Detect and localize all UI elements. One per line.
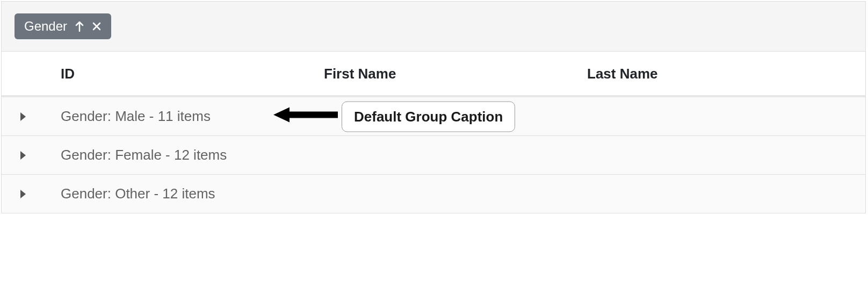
- group-row[interactable]: Gender: Female - 12 items: [2, 136, 865, 175]
- column-header-first-name[interactable]: First Name: [324, 66, 587, 82]
- expand-toggle[interactable]: [19, 189, 61, 199]
- expand-column-header: [2, 66, 61, 82]
- column-header-id[interactable]: ID: [61, 66, 324, 82]
- group-panel: Gender: [2, 2, 865, 52]
- data-grid: Gender ID First Name Last Name: [1, 1, 866, 213]
- group-row[interactable]: Gender: Other - 12 items: [2, 175, 865, 213]
- chevron-right-icon: [19, 112, 27, 121]
- chevron-right-icon: [19, 151, 27, 160]
- column-header-row: ID First Name Last Name: [2, 52, 865, 97]
- group-caption: Gender: Other - 12 items: [61, 185, 215, 202]
- arrow-up-icon[interactable]: [75, 21, 84, 32]
- group-row[interactable]: Gender: Male - 11 items Default Group Ca…: [2, 97, 865, 136]
- annotation-label: Default Group Caption: [342, 101, 515, 132]
- group-chip-label: Gender: [24, 19, 67, 34]
- group-caption: Gender: Male - 11 items: [61, 108, 211, 125]
- column-header-last-name[interactable]: Last Name: [587, 66, 865, 82]
- expand-toggle[interactable]: [19, 151, 61, 160]
- annotation-arrow-icon: [273, 105, 338, 128]
- group-chip-gender[interactable]: Gender: [15, 13, 111, 39]
- close-icon[interactable]: [92, 22, 102, 31]
- chevron-right-icon: [19, 189, 27, 199]
- expand-toggle[interactable]: [19, 112, 61, 121]
- group-caption: Gender: Female - 12 items: [61, 147, 227, 163]
